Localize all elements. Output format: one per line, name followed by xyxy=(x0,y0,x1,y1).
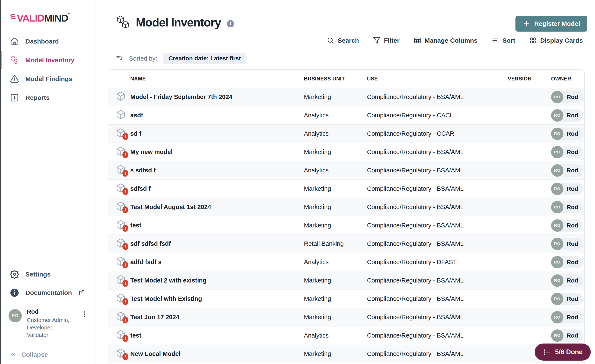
search-icon xyxy=(327,37,334,44)
owner-badge: RO Rod xyxy=(551,311,583,323)
table-row[interactable]: ! Test Jun 17 2024 Marketing Compliance/… xyxy=(108,308,584,326)
alert-badge-icon: ! xyxy=(122,243,128,250)
table-row[interactable]: ! s sdfsd f Analytics Compliance/Regulat… xyxy=(108,161,584,179)
table-row[interactable]: ! adfd fsdf s Analytics Compliance/Regul… xyxy=(108,253,584,271)
collapse-label: Collapse xyxy=(21,351,48,358)
alert-badge-icon: ! xyxy=(122,316,128,323)
model-name-link[interactable]: sdf sdfsd fsdf xyxy=(130,240,171,247)
table-row[interactable]: ! asdf Analytics Compliance/Regulatory -… xyxy=(108,106,584,124)
model-name-link[interactable]: s sdfsd f xyxy=(130,167,156,174)
use-cell: Compliance/Regulatory - BSA/AML xyxy=(367,332,508,339)
model-name-link[interactable]: My new model xyxy=(130,149,172,155)
sidebar-item-label: Documentation xyxy=(25,289,72,296)
alert-badge-icon: ! xyxy=(122,335,128,342)
sidebar-item-label: Model Findings xyxy=(25,75,72,83)
grid-cards-icon xyxy=(529,37,537,44)
collapse-button[interactable]: Collapse xyxy=(0,345,94,364)
user-roles: Customer Admin, Developer, Validator xyxy=(27,316,76,339)
user-section[interactable]: RO Rod Customer Admin, Developer, Valida… xyxy=(0,302,94,345)
model-cube-icon: ! xyxy=(116,201,126,211)
use-cell: Compliance/Regulatory - BSA/AML xyxy=(367,314,508,321)
column-header-use[interactable]: USE xyxy=(367,76,508,82)
sidebar-item-documentation[interactable]: Documentation xyxy=(0,284,94,302)
column-header-version[interactable]: VERSION xyxy=(508,76,551,82)
filter-button[interactable]: Filter xyxy=(373,37,399,44)
owner-name: Rod xyxy=(567,259,578,266)
validmind-logo[interactable]: VALIDMIND ™ xyxy=(10,12,94,24)
onboarding-progress-button[interactable]: 5/6 Done xyxy=(535,343,591,361)
table-row[interactable]: ! sdf sdfsd fsdf Retail Banking Complian… xyxy=(108,235,584,253)
alert-badge-icon: ! xyxy=(122,298,128,305)
table-row[interactable]: ! New Local Model Marketing Compliance/R… xyxy=(108,345,584,363)
alert-badge-icon: ! xyxy=(122,188,128,195)
column-header-owner[interactable]: OWNER xyxy=(551,76,584,82)
table-row[interactable]: ! Model - Friday September 7th 2024 Mark… xyxy=(108,88,584,106)
model-name-link[interactable]: New Local Model xyxy=(130,350,180,357)
model-name-link[interactable]: asdf xyxy=(130,112,143,119)
table-row[interactable]: ! sd f Analytics Compliance/Regulatory -… xyxy=(108,124,584,143)
sidebar-item-label: Dashboard xyxy=(25,38,59,45)
table-row[interactable]: ! sdfsd f Marketing Compliance/Regulator… xyxy=(108,179,584,198)
sidebar-item-dashboard[interactable]: Dashboard xyxy=(0,32,94,51)
owner-badge: RO Rod xyxy=(551,329,583,342)
model-name-link[interactable]: Test Model with Existing xyxy=(130,295,202,302)
owner-badge: RO Rod xyxy=(551,183,583,195)
model-name-link[interactable]: adfd fsdf s xyxy=(130,259,162,265)
owner-name: Rod xyxy=(567,241,578,247)
sidebar-item-model-findings[interactable]: Model Findings xyxy=(0,70,94,88)
model-cube-icon: ! xyxy=(116,91,126,101)
progress-label: 5/6 Done xyxy=(555,348,583,356)
owner-avatar: RO xyxy=(551,109,563,122)
sidebar-item-settings[interactable]: Settings xyxy=(0,265,94,284)
table-columns-icon xyxy=(414,37,421,44)
table-row[interactable]: ! Test Model 2 with existing Marketing C… xyxy=(108,271,584,290)
brand-trademark: ™ xyxy=(68,13,70,16)
model-name-link[interactable]: Test Model 2 with existing xyxy=(130,277,206,284)
owner-avatar: RO xyxy=(551,128,563,140)
register-model-button[interactable]: Register Model xyxy=(516,16,587,32)
model-name-link[interactable]: Model - Friday September 7th 2024 xyxy=(130,93,233,100)
display-cards-button[interactable]: Display Cards xyxy=(529,37,583,44)
search-button[interactable]: Search xyxy=(327,37,359,44)
business-unit-cell: Marketing xyxy=(304,149,367,156)
table-toolbar: Search Filter Manage Columns Sort Displa… xyxy=(327,37,583,44)
sidebar-item-model-inventory[interactable]: Model Inventory xyxy=(0,51,94,70)
model-cube-icon: ! xyxy=(116,312,126,321)
alert-badge-icon: ! xyxy=(122,261,128,268)
owner-badge: RO Rod xyxy=(551,109,583,122)
business-unit-cell: Analytics xyxy=(304,112,367,119)
model-name-link[interactable]: test xyxy=(130,332,142,339)
table-row[interactable]: ! Test Model August 1st 2024 Marketing C… xyxy=(108,198,584,216)
owner-badge: RO Rod xyxy=(551,274,583,287)
table-row[interactable]: ! test Marketing Compliance/Regulatory -… xyxy=(108,216,584,235)
column-header-name[interactable]: NAME xyxy=(130,76,304,82)
owner-name: Rod xyxy=(567,222,578,229)
kebab-menu-icon[interactable] xyxy=(81,310,88,318)
model-name-link[interactable]: sdfsd f xyxy=(130,185,151,192)
table-row[interactable]: ! My new model Marketing Compliance/Regu… xyxy=(108,143,584,161)
alert-badge-icon: ! xyxy=(122,280,128,287)
brand-part-dark: MIND xyxy=(44,12,68,24)
model-name-link[interactable]: Test Jun 17 2024 xyxy=(130,314,179,321)
sort-chip[interactable]: Creation date: Latest first xyxy=(163,53,247,64)
manage-columns-button[interactable]: Manage Columns xyxy=(414,37,477,44)
model-name-link[interactable]: test xyxy=(130,222,142,229)
chevrons-left-icon xyxy=(9,351,17,358)
owner-badge: RO Rod xyxy=(551,146,583,158)
owner-badge: RO Rod xyxy=(551,91,583,103)
model-inventory-table: NAME BUSINESS UNIT USE VERSION OWNER ! M… xyxy=(108,69,585,363)
use-cell: Compliance/Regulatory - BSA/AML xyxy=(367,222,508,229)
model-name-link[interactable]: sd f xyxy=(130,130,142,137)
info-icon[interactable]: i xyxy=(227,20,234,27)
table-row[interactable]: ! test Analytics Compliance/Regulatory -… xyxy=(108,326,584,345)
business-unit-cell: Analytics xyxy=(304,130,367,137)
owner-avatar: RO xyxy=(551,146,563,158)
column-header-business-unit[interactable]: BUSINESS UNIT xyxy=(304,76,367,82)
model-name-link[interactable]: Test Model August 1st 2024 xyxy=(130,204,211,210)
sort-button[interactable]: Sort xyxy=(492,37,515,44)
owner-badge: RO Rod xyxy=(551,256,583,268)
brand-part-pink: VALID xyxy=(17,12,44,24)
owner-avatar: RO xyxy=(551,329,563,342)
table-row[interactable]: ! Test Model with Existing Marketing Com… xyxy=(108,290,584,308)
sidebar-item-reports[interactable]: Reports xyxy=(0,88,94,107)
